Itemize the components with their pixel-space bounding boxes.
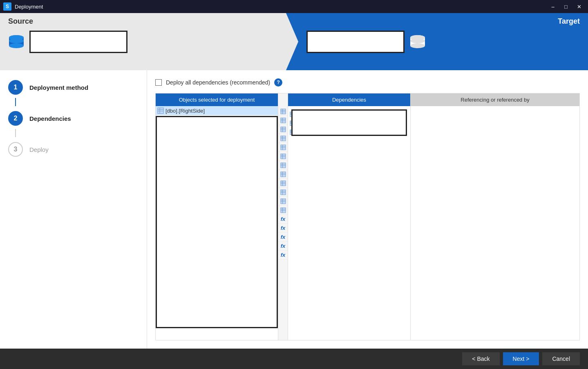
- deploy-all-label: Deploy all dependencies (recommended): [166, 79, 270, 86]
- svg-point-4: [9, 38, 24, 43]
- step-2: 2 Dependencies: [8, 111, 139, 126]
- step-2-circle: 2: [8, 111, 23, 126]
- svg-rect-30: [280, 127, 285, 131]
- svg-rect-46: [280, 162, 285, 167]
- strip-icon-9: [278, 188, 288, 197]
- referencing-column: Referencing or referenced by: [411, 93, 579, 340]
- strip-icon-2: [278, 125, 288, 134]
- object-name-0: [dbo].[RightSide]: [165, 108, 205, 114]
- dependencies-header: Dependencies: [288, 93, 410, 106]
- svg-rect-58: [280, 189, 285, 194]
- strip-icon-8: [278, 179, 288, 188]
- svg-rect-50: [280, 171, 285, 176]
- source-label: Source: [8, 17, 33, 26]
- minimize-button[interactable]: ‒: [547, 2, 559, 11]
- target-db-icon: [409, 33, 426, 50]
- svg-rect-54: [280, 180, 285, 185]
- back-button[interactable]: < Back: [462, 352, 499, 365]
- table-icon-0: [157, 107, 164, 114]
- objects-body: [dbo].[RightSide]: [156, 106, 278, 340]
- step-3-label: Deploy: [29, 146, 49, 153]
- source-panel: Source: [0, 13, 286, 70]
- tables-area: Objects selected for deployment [: [155, 93, 580, 340]
- step-1: 1 Deployment method: [8, 80, 139, 95]
- strip-icon-7: [278, 170, 288, 179]
- window-controls: ‒ □ ✕: [547, 2, 585, 11]
- main-content: 1 Deployment method 2 Dependencies 3 Dep…: [0, 70, 588, 349]
- svg-point-2: [9, 43, 24, 48]
- step-3: 3 Deploy: [8, 142, 139, 157]
- cancel-button[interactable]: Cancel: [542, 352, 580, 365]
- header-area: Source Target: [0, 13, 588, 70]
- object-row-0[interactable]: [dbo].[RightSide]: [156, 106, 278, 115]
- strip-icon-4: [278, 143, 288, 152]
- strip-fx-1: fx: [278, 224, 288, 233]
- svg-rect-38: [280, 144, 285, 149]
- app-icon: S: [3, 2, 11, 11]
- next-button[interactable]: Next >: [503, 352, 539, 365]
- target-label: Target: [558, 17, 580, 26]
- strip-icon-5: [278, 152, 288, 161]
- connector-2-3: [15, 129, 16, 137]
- svg-rect-66: [280, 207, 285, 212]
- strip-fx-3: fx: [278, 242, 288, 251]
- help-icon[interactable]: ?: [274, 78, 282, 87]
- referencing-header: Referencing or referenced by: [411, 93, 579, 106]
- strip-icon-10: [278, 197, 288, 206]
- source-connection-box[interactable]: [29, 31, 127, 53]
- title-bar: S Deployment ‒ □ ✕: [0, 0, 588, 13]
- svg-rect-34: [280, 136, 285, 140]
- strip-fx-0: fx: [278, 215, 288, 224]
- svg-rect-26: [280, 118, 285, 122]
- strip-icon-11: [278, 206, 288, 215]
- step-2-label: Dependencies: [29, 115, 71, 122]
- svg-rect-22: [280, 109, 285, 113]
- referencing-body: [411, 106, 579, 340]
- strip-icon-0: [278, 107, 288, 116]
- deploy-all-checkbox[interactable]: [155, 79, 162, 86]
- strip-icon-6: [278, 161, 288, 170]
- strip-icon-3: [278, 134, 288, 143]
- svg-rect-62: [280, 198, 285, 203]
- svg-point-9: [410, 38, 425, 43]
- svg-rect-10: [158, 108, 163, 113]
- objects-header: Objects selected for deployment: [156, 93, 278, 106]
- step-1-label: Deployment method: [29, 84, 88, 91]
- connector-1-2: [15, 98, 16, 106]
- footer: < Back Next > Cancel: [0, 349, 588, 369]
- dependencies-box: [291, 109, 407, 136]
- svg-point-7: [410, 43, 425, 48]
- objects-icon-strip: fx fx fx fx fx: [278, 93, 288, 340]
- target-connection-box[interactable]: [306, 31, 405, 53]
- dependencies-body: [288, 106, 410, 340]
- window-title: Deployment: [15, 4, 547, 10]
- steps-sidebar: 1 Deployment method 2 Dependencies 3 Dep…: [0, 70, 147, 349]
- deploy-options-row: Deploy all dependencies (recommended) ?: [155, 78, 580, 87]
- target-panel: Target: [286, 13, 588, 70]
- svg-rect-42: [280, 153, 285, 158]
- strip-icon-1: [278, 116, 288, 125]
- dependencies-column: Dependencies: [288, 93, 411, 340]
- strip-fx-2: fx: [278, 233, 288, 242]
- step-3-circle: 3: [8, 142, 23, 157]
- objects-column: Objects selected for deployment [: [156, 93, 278, 340]
- right-panel: Deploy all dependencies (recommended) ? …: [147, 70, 588, 349]
- step-1-circle: 1: [8, 80, 23, 95]
- strip-fx-4: fx: [278, 251, 288, 260]
- source-db-icon: [8, 33, 25, 50]
- maximize-button[interactable]: □: [560, 2, 572, 11]
- close-button[interactable]: ✕: [573, 2, 585, 11]
